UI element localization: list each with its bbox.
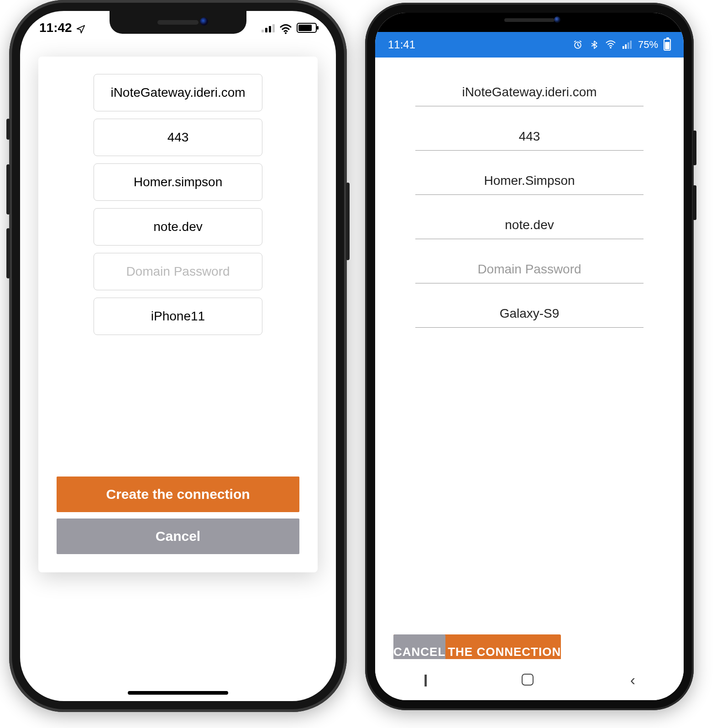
device-name-field[interactable]: iPhone11: [94, 298, 262, 335]
android-screen: 11:41 75% iNoteGateway.ider: [375, 13, 684, 700]
iphone-device-frame: 11:42 iNoteGateway.ideri.com 443 Homer.s…: [9, 0, 347, 712]
connection-form-card: iNoteGateway.ideri.com 443 Homer.simpson…: [38, 57, 318, 572]
password-field[interactable]: Domain Password: [415, 255, 644, 283]
battery-label: 75%: [638, 39, 658, 51]
domain-field[interactable]: note.dev: [415, 210, 644, 239]
android-status-time: 11:41: [388, 38, 415, 51]
battery-icon: [297, 23, 317, 33]
wifi-icon: [605, 39, 616, 50]
iphone-mute-switch: [6, 119, 10, 140]
iphone-volume-up: [6, 164, 10, 215]
svg-rect-5: [628, 42, 629, 49]
location-icon: [76, 23, 86, 33]
svg-point-2: [610, 47, 612, 49]
alarm-icon: [572, 39, 583, 50]
gateway-field[interactable]: iNoteGateway.ideri.com: [415, 78, 644, 106]
port-field[interactable]: 443: [415, 122, 644, 151]
password-field[interactable]: Domain Password: [94, 253, 262, 290]
svg-point-0: [285, 32, 287, 34]
username-field[interactable]: Homer.Simpson: [415, 166, 644, 195]
gateway-field[interactable]: iNoteGateway.ideri.com: [94, 74, 262, 111]
wifi-icon: [279, 23, 292, 33]
iphone-side-button: [346, 183, 350, 260]
bluetooth-icon: [589, 39, 600, 50]
device-name-field[interactable]: Galaxy-S9: [415, 299, 644, 328]
svg-rect-3: [623, 46, 624, 49]
nav-recents-button[interactable]: |||: [424, 672, 425, 687]
nav-back-button[interactable]: ‹: [630, 671, 635, 689]
android-status-bar: 11:41 75%: [375, 32, 684, 58]
cancel-button[interactable]: Cancel: [57, 519, 299, 554]
port-field[interactable]: 443: [94, 119, 262, 156]
username-field[interactable]: Homer.simpson: [94, 163, 262, 201]
battery-icon: [664, 39, 671, 51]
iphone-volume-down: [6, 228, 10, 278]
cellular-signal-icon: [622, 39, 633, 50]
svg-rect-6: [630, 41, 632, 49]
iphone-screen: 11:42 iNoteGateway.ideri.com 443 Homer.s…: [20, 11, 336, 701]
cellular-signal-icon: [262, 23, 275, 32]
android-volume-rocker: [693, 185, 696, 220]
android-power-button: [693, 131, 696, 165]
android-top-bezel: [375, 13, 684, 32]
ios-status-time: 11:42: [39, 21, 72, 35]
ios-home-indicator[interactable]: [128, 691, 228, 695]
connection-form-card: iNoteGateway.ideri.com 443 Homer.Simpson…: [375, 58, 684, 659]
iphone-notch: [110, 11, 246, 34]
create-connection-button[interactable]: Create the connection: [57, 477, 299, 512]
nav-home-button[interactable]: [522, 674, 534, 686]
domain-field[interactable]: note.dev: [94, 208, 262, 246]
android-nav-bar: ||| ‹: [375, 659, 684, 700]
android-device-frame: 11:41 75% iNoteGateway.ider: [365, 3, 694, 710]
svg-rect-4: [625, 44, 627, 49]
